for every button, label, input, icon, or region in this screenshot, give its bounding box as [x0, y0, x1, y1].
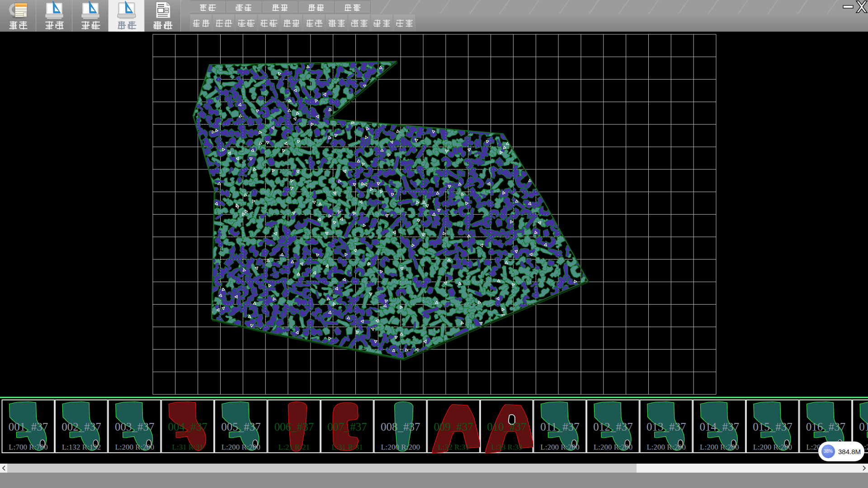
svg-text:L:200 R:200: L:200 R:200 — [222, 443, 260, 451]
svg-text:003_#37: 003_#37 — [115, 421, 155, 433]
svg-text:002_#37: 002_#37 — [61, 421, 101, 433]
svg-text:L:200 R:200: L:200 R:200 — [540, 443, 579, 451]
svg-text:004_#37: 004_#37 — [168, 421, 208, 433]
svg-text:006_#37: 006_#37 — [274, 421, 314, 433]
svg-text:011_#37: 011_#37 — [540, 421, 580, 433]
svg-text:L:200 R:200: L:200 R:200 — [115, 443, 154, 451]
svg-text:L:200 R:200: L:200 R:200 — [646, 443, 685, 451]
svg-text:L:21 R:21: L:21 R:21 — [278, 443, 310, 451]
svg-text:010_#37: 010_#37 — [487, 421, 527, 433]
svg-text:L:31 R:31: L:31 R:31 — [331, 443, 363, 451]
svg-text:L:200 R:200: L:200 R:200 — [594, 443, 632, 451]
svg-text:L:200 R:200: L:200 R:200 — [381, 443, 420, 451]
svg-text:013_#37: 013_#37 — [646, 421, 686, 433]
svg-text:016_#37: 016_#37 — [806, 421, 846, 433]
svg-text:009_#37: 009_#37 — [434, 421, 474, 433]
svg-text:L:31 R:31: L:31 R:31 — [172, 443, 203, 451]
svg-text:017_#37: 017_#37 — [859, 421, 868, 433]
svg-text:015_#37: 015_#37 — [753, 421, 793, 433]
svg-text:014_#37: 014_#37 — [700, 421, 740, 433]
svg-text:012_#37: 012_#37 — [593, 421, 633, 433]
svg-text:008_#37: 008_#37 — [381, 421, 420, 433]
svg-text:L:200 R:200: L:200 R:200 — [753, 443, 792, 451]
svg-text:L:200 R:200: L:200 R:200 — [700, 443, 739, 451]
svg-text:005_#37: 005_#37 — [221, 421, 261, 433]
svg-text:001_#37: 001_#37 — [9, 421, 48, 433]
svg-text:007_#37: 007_#37 — [327, 421, 367, 433]
svg-text:L:33 R:33: L:33 R:33 — [491, 443, 522, 451]
svg-text:L:32 R:31: L:32 R:31 — [438, 443, 469, 451]
svg-text:L:700 R:700: L:700 R:700 — [9, 443, 47, 451]
svg-text:L:132 R:132: L:132 R:132 — [62, 443, 101, 451]
